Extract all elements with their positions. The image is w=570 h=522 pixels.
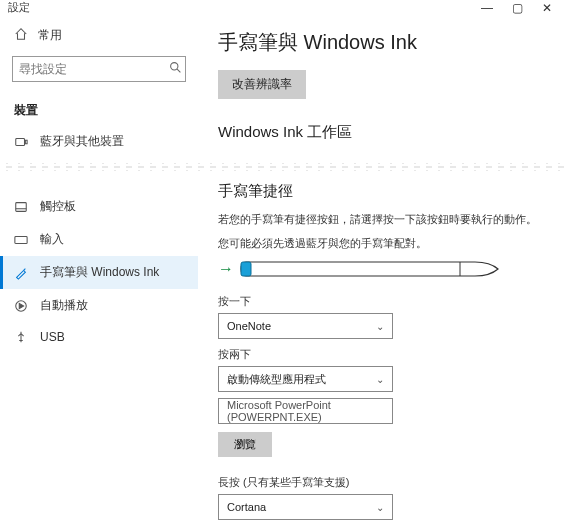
pen-graphic — [240, 258, 500, 280]
pen-icon — [14, 266, 28, 280]
sidebar-item-touchpad[interactable]: 觸控板 — [0, 190, 198, 223]
long-press-value: Cortana — [227, 501, 266, 513]
window-title: 設定 — [8, 0, 30, 15]
usb-icon — [14, 330, 28, 344]
close-button[interactable]: ✕ — [532, 1, 562, 15]
svg-rect-6 — [15, 236, 27, 243]
keyboard-icon — [14, 233, 28, 247]
search-input-wrap[interactable] — [12, 56, 186, 82]
shortcut-heading: 手寫筆捷徑 — [218, 182, 550, 201]
home-label: 常用 — [38, 27, 62, 44]
sidebar-item-label: 藍牙與其他裝置 — [40, 133, 124, 150]
svg-line-1 — [177, 69, 180, 72]
search-input[interactable] — [19, 62, 169, 76]
content-area: 手寫筆與 Windows Ink 改善辨識率 Windows Ink 工作區 手… — [198, 15, 570, 522]
sidebar-item-label: 自動播放 — [40, 297, 88, 314]
click-twice-label: 按兩下 — [218, 347, 550, 362]
titlebar: 設定 — ▢ ✕ — [0, 0, 570, 15]
chevron-down-icon: ⌄ — [376, 374, 384, 385]
home-link[interactable]: 常用 — [0, 21, 198, 50]
long-press-select[interactable]: Cortana ⌄ — [218, 494, 393, 520]
click-twice-value: 啟動傳統型應用程式 — [227, 372, 326, 387]
chevron-down-icon: ⌄ — [376, 321, 384, 332]
workspace-heading: Windows Ink 工作區 — [218, 123, 550, 142]
long-press-label: 長按 (只有某些手寫筆支援) — [218, 475, 550, 490]
svg-rect-3 — [25, 140, 27, 144]
sidebar-item-bluetooth[interactable]: 藍牙與其他裝置 — [0, 125, 198, 158]
click-once-label: 按一下 — [218, 294, 550, 309]
click-twice-app-path[interactable]: Microsoft PowerPoint (POWERPNT.EXE) — [218, 398, 393, 424]
minimize-button[interactable]: — — [472, 1, 502, 15]
sidebar-item-label: 手寫筆與 Windows Ink — [40, 264, 159, 281]
shortcut-hint-2: 您可能必須先透過藍牙與您的手寫筆配對。 — [218, 235, 550, 253]
bluetooth-icon — [14, 135, 28, 149]
click-twice-select[interactable]: 啟動傳統型應用程式 ⌄ — [218, 366, 393, 392]
autoplay-icon — [14, 299, 28, 313]
sidebar-item-autoplay[interactable]: 自動播放 — [0, 289, 198, 322]
arrow-right-icon: → — [218, 260, 234, 278]
browse-button[interactable]: 瀏覽 — [218, 432, 272, 457]
sidebar-item-usb[interactable]: USB — [0, 322, 198, 352]
sidebar-item-label: 輸入 — [40, 231, 64, 248]
sidebar-item-label: 觸控板 — [40, 198, 76, 215]
pen-illustration: → — [218, 258, 550, 280]
touchpad-icon — [14, 200, 28, 214]
click-once-select[interactable]: OneNote ⌄ — [218, 313, 393, 339]
sidebar-section-label: 裝置 — [0, 92, 198, 125]
svg-rect-4 — [16, 202, 27, 211]
shortcut-hint-1: 若您的手寫筆有捷徑按鈕，請選擇按一下該按鈕時要執行的動作。 — [218, 211, 550, 229]
svg-rect-2 — [16, 138, 25, 145]
improve-recognition-button[interactable]: 改善辨識率 — [218, 70, 306, 99]
page-title: 手寫筆與 Windows Ink — [218, 29, 550, 56]
chevron-down-icon: ⌄ — [376, 502, 384, 513]
maximize-button[interactable]: ▢ — [502, 1, 532, 15]
sidebar: 常用 裝置 藍牙與其他裝置 觸控板 — [0, 15, 198, 522]
click-once-value: OneNote — [227, 320, 271, 332]
sidebar-item-pen[interactable]: 手寫筆與 Windows Ink — [0, 256, 198, 289]
svg-rect-11 — [241, 262, 251, 276]
sidebar-item-label: USB — [40, 330, 65, 344]
svg-point-0 — [171, 63, 178, 70]
search-icon — [169, 61, 182, 77]
sidebar-item-typing[interactable]: 輸入 — [0, 223, 198, 256]
home-icon — [14, 27, 28, 44]
